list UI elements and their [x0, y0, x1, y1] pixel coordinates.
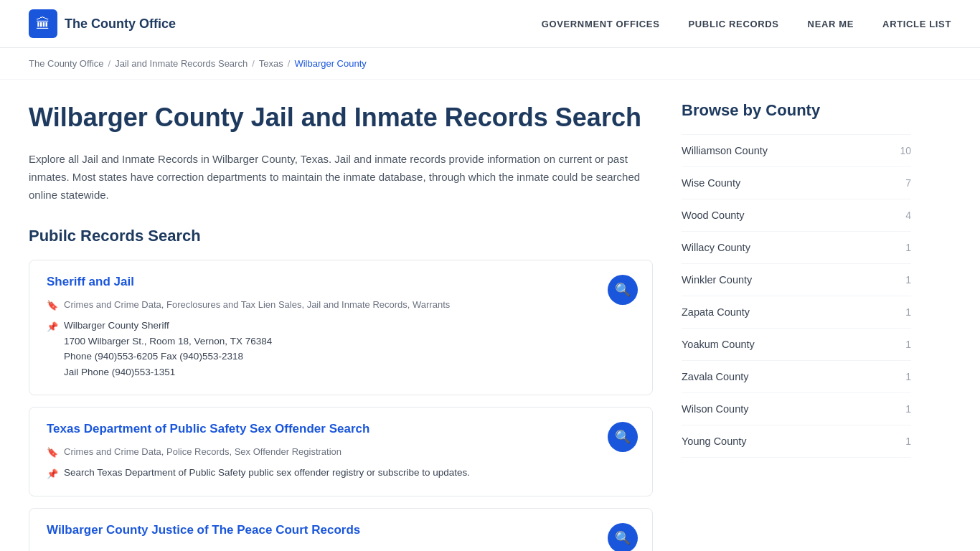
county-item-yoakum[interactable]: Yoakum County 1 — [682, 329, 911, 361]
sheriff-name: Wilbarger County Sheriff — [64, 318, 272, 334]
breadcrumb-jail-search[interactable]: Jail and Inmate Records Search — [115, 58, 248, 69]
nav-near-me[interactable]: NEAR ME — [808, 19, 854, 29]
pin-icon-2: 📌 — [47, 467, 58, 482]
record-card-sheriff: Sheriff and Jail 🔖 Crimes and Crime Data… — [29, 260, 653, 395]
county-item-young[interactable]: Young County 1 — [682, 425, 911, 458]
breadcrumb-sep-3: / — [288, 58, 291, 69]
county-count-wise: 7 — [905, 177, 911, 189]
breadcrumb: The County Office / Jail and Inmate Reco… — [0, 48, 980, 80]
sidebar-title: Browse by County — [682, 101, 911, 120]
county-name-young: Young County — [682, 435, 747, 447]
nav-government-offices[interactable]: GOVERNMENT OFFICES — [542, 19, 660, 29]
county-item-zapata[interactable]: Zapata County 1 — [682, 296, 911, 329]
main-nav: GOVERNMENT OFFICES PUBLIC RECORDS NEAR M… — [542, 19, 951, 29]
nav-article-list[interactable]: ARTICLE LIST — [882, 19, 951, 29]
bookmark-icon-1: 🔖 — [47, 300, 58, 311]
county-name-wood: Wood County — [682, 209, 745, 221]
record-title-justice[interactable]: Wilbarger County Justice of The Peace Co… — [47, 523, 635, 537]
county-count-zavala: 1 — [905, 371, 911, 382]
breadcrumb-current: Wilbarger County — [294, 58, 366, 69]
search-icon-2: 🔍 — [615, 429, 631, 445]
breadcrumb-sep-1: / — [108, 58, 111, 69]
record-card-justice: Wilbarger County Justice of The Peace Co… — [29, 508, 653, 551]
page-title: Wilbarger County Jail and Inmate Records… — [29, 101, 653, 133]
county-item-zavala[interactable]: Zavala County 1 — [682, 361, 911, 393]
county-name-williamson: Williamson County — [682, 145, 768, 156]
page-description: Explore all Jail and Inmate Records in W… — [29, 151, 653, 204]
county-count-wilson: 1 — [905, 403, 911, 415]
sheriff-address: 1700 Wilbarger St., Room 18, Vernon, TX … — [64, 334, 272, 349]
main-container: Wilbarger County Jail and Inmate Records… — [0, 80, 980, 551]
search-icon-3: 🔍 — [615, 530, 631, 546]
breadcrumb-home[interactable]: The County Office — [29, 58, 104, 69]
sheriff-phone: Phone (940)553-6205 Fax (940)553-2318 — [64, 349, 272, 364]
breadcrumb-sep-2: / — [252, 58, 255, 69]
county-count-winkler: 1 — [905, 274, 911, 286]
county-item-wilson[interactable]: Wilson County 1 — [682, 393, 911, 425]
record-title-sheriff[interactable]: Sheriff and Jail — [47, 275, 635, 289]
county-name-willacy: Willacy County — [682, 242, 750, 253]
county-item-williamson[interactable]: Williamson County 10 — [682, 134, 911, 167]
logo-area[interactable]: 🏛 The County Office — [29, 9, 176, 38]
record-detail-sheriff: 📌 Wilbarger County Sheriff 1700 Wilbarge… — [47, 318, 635, 380]
sidebar: Browse by County Williamson County 10 Wi… — [682, 101, 911, 551]
county-name-wilson: Wilson County — [682, 403, 748, 415]
record-tags-dps: 🔖 Crimes and Crime Data, Police Records,… — [47, 446, 635, 458]
record-tags-sheriff: 🔖 Crimes and Crime Data, Foreclosures an… — [47, 299, 635, 311]
county-count-young: 1 — [905, 435, 911, 447]
county-name-winkler: Winkler County — [682, 274, 752, 286]
sheriff-jail-phone: Jail Phone (940)553-1351 — [64, 364, 272, 380]
county-item-wise[interactable]: Wise County 7 — [682, 167, 911, 199]
record-tags-text-1: Crimes and Crime Data, Foreclosures and … — [64, 299, 450, 310]
county-count-yoakum: 1 — [905, 339, 911, 350]
county-name-wise: Wise County — [682, 177, 740, 189]
county-count-williamson: 10 — [900, 145, 911, 156]
nav-public-records[interactable]: PUBLIC RECORDS — [688, 19, 778, 29]
section-title: Pubilc Records Search — [29, 227, 653, 245]
record-card-dps: Texas Department of Public Safety Sex Of… — [29, 407, 653, 497]
bookmark-icon-2: 🔖 — [47, 447, 58, 458]
content-area: Wilbarger County Jail and Inmate Records… — [29, 101, 653, 551]
county-item-willacy[interactable]: Willacy County 1 — [682, 232, 911, 264]
county-name-zavala: Zavala County — [682, 371, 749, 382]
record-title-dps[interactable]: Texas Department of Public Safety Sex Of… — [47, 422, 635, 436]
county-count-willacy: 1 — [905, 242, 911, 253]
site-header: 🏛 The County Office GOVERNMENT OFFICES P… — [0, 0, 980, 48]
pin-icon-1: 📌 — [47, 320, 58, 335]
county-name-zapata: Zapata County — [682, 306, 750, 318]
county-item-winkler[interactable]: Winkler County 1 — [682, 264, 911, 296]
logo-icon: 🏛 — [29, 9, 57, 38]
county-name-yoakum: Yoakum County — [682, 339, 755, 350]
record-detail-dps: 📌 Search Texas Department of Public Safe… — [47, 465, 635, 482]
county-count-wood: 4 — [905, 209, 911, 221]
breadcrumb-texas[interactable]: Texas — [259, 58, 283, 69]
search-button-3[interactable]: 🔍 — [608, 523, 638, 551]
record-tags-text-2: Crimes and Crime Data, Police Records, S… — [64, 446, 341, 457]
logo-text: The County Office — [65, 17, 176, 32]
county-item-wood[interactable]: Wood County 4 — [682, 199, 911, 232]
record-detail-text-sheriff: Wilbarger County Sheriff 1700 Wilbarger … — [64, 318, 272, 380]
search-button-2[interactable]: 🔍 — [608, 422, 638, 452]
dps-description: Search Texas Department of Public Safety… — [64, 465, 470, 481]
search-icon-1: 🔍 — [615, 282, 631, 298]
search-button-1[interactable]: 🔍 — [608, 275, 638, 305]
county-count-zapata: 1 — [905, 306, 911, 318]
